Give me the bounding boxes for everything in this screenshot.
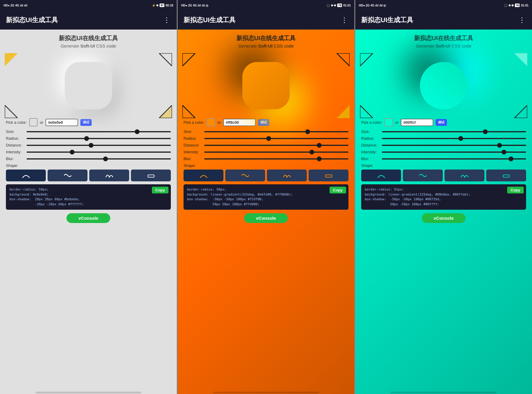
slider-track-radius-3[interactable] — [382, 138, 526, 139]
vconsole-btn-2[interactable]: vConsole — [244, 213, 288, 223]
slider-size-3: Size: — [361, 129, 526, 134]
corner-tr-2 — [337, 53, 350, 66]
slider-size-2: Size: — [184, 129, 348, 134]
color-label-3: Pick a color: — [361, 120, 382, 125]
svg-marker-13 — [360, 105, 373, 118]
shape-btn-1-4[interactable] — [131, 170, 171, 181]
debug-btn-1[interactable]: 调试 — [80, 119, 92, 126]
slider-track-distance-1[interactable] — [27, 145, 171, 146]
slider-track-distance-2[interactable] — [204, 145, 348, 146]
slider-intensity-2: Intensity: — [184, 150, 348, 154]
status-left-2: HD● 2G 4G ılıl ılıl ◎ — [181, 4, 208, 7]
slider-track-radius-2[interactable] — [204, 138, 348, 139]
slider-track-size-3[interactable] — [382, 131, 526, 132]
slider-thumb-blur-2[interactable] — [317, 157, 322, 161]
slider-radius-3: Radius: — [361, 136, 526, 141]
shape-btn-2-3[interactable] — [267, 170, 307, 181]
slider-thumb-radius-2[interactable] — [266, 136, 271, 141]
slider-track-distance-3[interactable] — [382, 145, 526, 146]
shape-btn-2-1[interactable] — [184, 170, 223, 181]
slider-track-intensity-2[interactable] — [204, 152, 348, 153]
code-text-3: border-radius: 91px; background: linear-… — [365, 187, 523, 207]
slider-thumb-blur-3[interactable] — [509, 157, 513, 161]
app-bar-3: 新拟态UI生成工具 ⋮ — [355, 11, 532, 30]
slider-thumb-distance-2[interactable] — [317, 143, 322, 148]
copy-btn-1[interactable]: Copy — [152, 187, 169, 193]
slider-track-intensity-1[interactable] — [27, 152, 171, 153]
slider-track-intensity-3[interactable] — [382, 152, 526, 153]
slider-thumb-size-1[interactable] — [135, 129, 140, 134]
slider-thumb-radius-1[interactable] — [84, 136, 89, 141]
color-or-1: or — [40, 120, 43, 125]
color-swatch-2[interactable] — [207, 118, 215, 126]
shape-btn-3-4[interactable] — [486, 170, 526, 181]
slider-thumb-intensity-3[interactable] — [502, 150, 506, 154]
slider-thumb-radius-3[interactable] — [458, 136, 463, 141]
slider-thumb-distance-1[interactable] — [89, 143, 93, 148]
status-left-1: HD● 2G 4G ılıl ılıl — [4, 4, 27, 7]
vconsole-row-3: vConsole — [361, 212, 526, 223]
menu-dots-3[interactable]: ⋮ — [518, 16, 526, 24]
debug-btn-3[interactable]: 调试 — [436, 119, 447, 126]
shape-btn-3-3[interactable] — [445, 170, 484, 181]
slider-label-intensity-3: Intensity: — [361, 150, 382, 154]
shape-btn-1-2[interactable] — [48, 170, 87, 181]
corner-br-1 — [159, 105, 172, 118]
debug-btn-2[interactable]: 调试 — [258, 119, 269, 126]
slider-thumb-distance-3[interactable] — [497, 143, 502, 148]
preview-area-2 — [182, 53, 350, 118]
color-row-2: Pick a color: or #ff8c00 调试 — [184, 118, 348, 126]
color-label-2: Pick a color: — [184, 120, 205, 125]
shape-btn-2-2[interactable] — [225, 170, 265, 181]
slider-label-distance-1: Distance: — [6, 143, 27, 147]
vconsole-row-1: vConsole — [6, 212, 171, 223]
slider-label-blur-3: Blur: — [361, 157, 382, 161]
code-area-2: Copy border-radius: 50px; background: li… — [184, 184, 348, 210]
neu-preview-2 — [242, 62, 290, 109]
corner-bl-2 — [182, 105, 195, 118]
shape-btn-1-3[interactable] — [89, 170, 129, 181]
scroll-bar-3 — [391, 392, 497, 393]
slider-thumb-intensity-2[interactable] — [309, 150, 314, 154]
slider-track-size-1[interactable] — [27, 131, 171, 132]
shape-btn-3-1[interactable] — [361, 170, 401, 181]
shape-btn-2-4[interactable] — [309, 170, 348, 181]
menu-dots-1[interactable]: ⋮ — [163, 16, 171, 24]
phone-panel-1: HD● 2G 4G ılıl ılıl ⚡ ✱ 87 00:19 新拟态UI生成… — [0, 0, 177, 394]
slider-thumb-size-2[interactable] — [305, 129, 310, 134]
code-area-3: Copy border-radius: 91px; background: li… — [361, 184, 526, 210]
preview-area-3 — [360, 53, 527, 118]
phone-panel-2: HD● 2G 4G ılıl ılıl ◎ 🎧 ✤ ✱ 78 01:01 新拟态… — [178, 0, 354, 394]
slider-track-size-2[interactable] — [204, 131, 348, 132]
slider-track-blur-1[interactable] — [27, 158, 171, 159]
slider-intensity-1: Intensity: — [6, 150, 171, 154]
shape-label-3: Shape: — [361, 163, 526, 168]
heading-en-1: Generate Soft-UI CSS code — [61, 43, 116, 48]
slider-track-radius-1[interactable] — [27, 138, 171, 139]
copy-btn-3[interactable]: Copy — [507, 187, 524, 193]
slider-thumb-intensity-1[interactable] — [70, 150, 74, 154]
vconsole-btn-3[interactable]: vConsole — [422, 213, 466, 223]
color-swatch-1[interactable] — [29, 118, 38, 126]
color-input-1[interactable]: #e0e0e0 — [46, 119, 78, 126]
shape-btn-3-2[interactable] — [403, 170, 443, 181]
vconsole-btn-1[interactable]: vConsole — [66, 213, 110, 223]
color-input-3[interactable]: #00ffcf — [401, 119, 433, 126]
color-input-2[interactable]: #ff8c00 — [223, 119, 256, 126]
menu-dots-2[interactable]: ⋮ — [341, 16, 348, 24]
svg-marker-11 — [360, 53, 373, 66]
slider-track-blur-3[interactable] — [382, 158, 526, 159]
slider-track-blur-2[interactable] — [204, 158, 348, 159]
controls-1: Pick a color: or #e0e0e0 调试 Size: Radius… — [5, 118, 172, 223]
slider-label-radius-2: Radius: — [184, 136, 204, 141]
slider-blur-3: Blur: — [361, 157, 526, 161]
copy-btn-2[interactable]: Copy — [330, 187, 346, 193]
main-content-2: 新拟态UI在线生成工具 Generate Soft-UI CSS code — [178, 30, 354, 394]
slider-label-blur-2: Blur: — [184, 157, 204, 161]
slider-thumb-size-3[interactable] — [483, 129, 488, 134]
slider-thumb-blur-1[interactable] — [103, 157, 108, 161]
heading-zh-3: 新拟态UI在线生成工具 — [414, 34, 473, 42]
color-swatch-3[interactable] — [385, 118, 393, 126]
neu-preview-1 — [65, 62, 112, 109]
shape-btn-1-1[interactable] — [6, 170, 46, 181]
